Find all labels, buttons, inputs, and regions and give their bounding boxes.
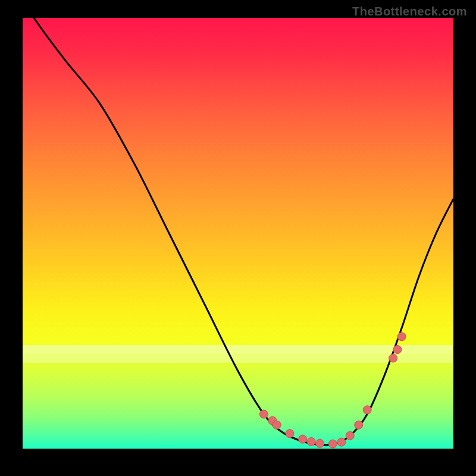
scatter-dot [355,421,363,429]
bottleneck-curve [23,1,453,445]
scatter-dot [259,410,268,418]
scatter-dot [393,345,402,353]
scatter-dot [389,354,397,362]
attribution-label: TheBottleneck.com [352,5,467,18]
scatter-dot [328,440,337,448]
scatter-dot [397,333,406,341]
scatter-dot [346,431,354,440]
scatter-dot [363,406,371,414]
scatter-dot [307,437,315,446]
scatter-dot [337,438,346,446]
chart-frame [23,18,453,449]
scatter-dot [286,430,294,438]
plot-svg [23,18,453,449]
scatter-dot [316,439,324,447]
scatter-dot [299,435,307,443]
scatter-dot [273,421,281,429]
